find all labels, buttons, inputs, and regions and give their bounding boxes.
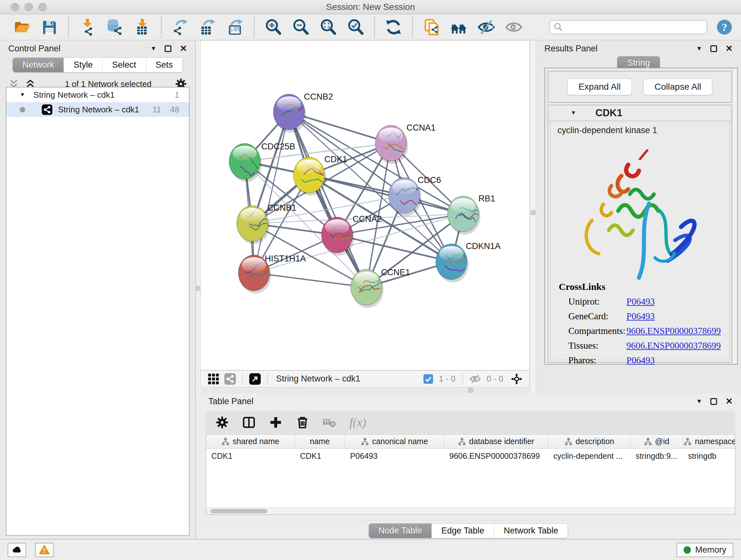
string-results-container: Expand All Collapse All ▼ CDK1 cyclin-de… — [544, 68, 738, 365]
tab-edge-table[interactable]: Edge Table — [431, 523, 494, 538]
show-columns-icon[interactable] — [242, 416, 256, 429]
right-splitter-handle[interactable] — [530, 210, 536, 215]
toolbar-separator — [374, 17, 375, 38]
hidden-eye-icon[interactable] — [469, 373, 481, 385]
expand-all-button[interactable]: Expand All — [567, 78, 632, 95]
save-session-icon[interactable] — [41, 18, 58, 36]
left-splitter[interactable] — [196, 40, 200, 393]
table-cell[interactable]: 9606.ENSP00000378699 — [444, 451, 548, 461]
search-input[interactable] — [565, 22, 703, 32]
network-edge-count: 48 — [170, 105, 179, 115]
results-scrollbar[interactable] — [732, 69, 737, 363]
search-box[interactable] — [549, 20, 707, 34]
close-panel-icon[interactable]: ✕ — [180, 44, 187, 54]
column-header-namespace[interactable]: namespace — [683, 435, 735, 448]
tab-style[interactable]: Style — [64, 58, 102, 72]
node-label-HIST1H1A: HIST1H1A — [265, 254, 306, 263]
table-cell[interactable]: cyclin-dependent ... — [548, 451, 630, 461]
crosslink-link[interactable]: P06493 — [626, 355, 655, 366]
node-label-RB1: RB1 — [478, 194, 495, 203]
hide-selected-icon[interactable] — [477, 18, 495, 36]
collapse-all-button[interactable]: Collapse All — [643, 78, 712, 95]
create-column-icon[interactable] — [269, 416, 282, 429]
tab-select[interactable]: Select — [102, 58, 145, 72]
left-splitter-handle[interactable] — [195, 286, 200, 291]
float-results-panel-icon[interactable]: ▼ — [696, 45, 702, 52]
column-header-database-identifier[interactable]: database identifier — [444, 435, 548, 448]
network-node-RB1[interactable] — [448, 196, 482, 235]
zoom-in-icon[interactable] — [264, 18, 282, 36]
zoom-out-icon[interactable] — [292, 18, 310, 36]
tab-node-table[interactable]: Node Table — [369, 523, 431, 538]
network-row[interactable]: String Network – cdk1 11 48 — [6, 102, 189, 117]
close-table-panel-icon[interactable]: ✕ — [725, 396, 733, 407]
column-type-icon — [221, 437, 229, 445]
float-panel-icon[interactable]: ▼ — [151, 45, 157, 52]
close-results-panel-icon[interactable]: ✕ — [725, 44, 733, 54]
tab-network[interactable]: Network — [13, 58, 64, 72]
results-panel-title: Results Panel — [544, 44, 598, 54]
delete-table-icon[interactable] — [323, 416, 336, 429]
crosslink-link[interactable]: P06493 — [626, 296, 655, 307]
import-network-file-icon[interactable] — [78, 18, 96, 36]
help-button[interactable]: ? — [716, 19, 733, 36]
export-view-icon[interactable] — [249, 373, 261, 385]
column-header-name[interactable]: name — [295, 435, 345, 448]
column-header-shared-name[interactable]: shared name — [206, 435, 295, 448]
function-builder-icon[interactable]: f(x) — [349, 415, 366, 429]
table-cell[interactable]: CDK1 — [295, 451, 345, 461]
birdseye-view-icon[interactable] — [208, 373, 219, 385]
open-file-icon[interactable] — [13, 18, 31, 36]
horizontal-splitter-handle[interactable] — [468, 388, 473, 393]
network-node-CDC25B[interactable] — [229, 143, 266, 182]
float-table-panel-icon[interactable]: ▼ — [696, 398, 702, 405]
collection-expand-icon[interactable]: ▼ — [20, 91, 25, 98]
import-table-file-icon[interactable] — [133, 18, 151, 36]
zoom-fit-icon[interactable] — [319, 18, 337, 36]
import-network-database-icon[interactable] — [106, 18, 124, 36]
column-header-description[interactable]: description — [548, 435, 630, 448]
crosslink-row: GeneCard:P06493 — [559, 311, 723, 321]
column-header-canonical-name[interactable]: canonical name — [345, 435, 444, 448]
maximize-panel-icon[interactable] — [165, 45, 172, 52]
network-node-CCNA2[interactable] — [321, 217, 357, 256]
crosslink-link[interactable]: 9606.ENSP00000378699 — [626, 340, 721, 351]
new-network-from-selection-icon[interactable] — [422, 18, 441, 36]
string-home-icon[interactable] — [450, 18, 468, 36]
selected-checkbox-icon[interactable] — [423, 374, 433, 384]
tab-network-table[interactable]: Network Table — [494, 523, 568, 538]
maximize-table-panel-icon[interactable] — [711, 398, 717, 405]
fit-selected-crosshair-icon[interactable] — [511, 373, 522, 385]
right-splitter[interactable] — [530, 40, 536, 393]
table-cell[interactable]: stringdb:9... — [630, 451, 683, 461]
table-cell[interactable]: stringdb — [683, 451, 735, 461]
table-horizontal-scrollbar[interactable] — [206, 507, 735, 514]
selected-counts: 1 - 0 — [439, 374, 455, 384]
gene-section-collapse-icon[interactable]: ▼ — [570, 110, 576, 116]
export-image-icon[interactable] — [226, 18, 244, 36]
network-canvas[interactable]: CCNB2CCNA1CDC25BCDK1CDC6RB1CCNB1CCNA2CDK… — [200, 40, 530, 370]
show-all-icon[interactable] — [505, 18, 523, 36]
refresh-icon[interactable] — [385, 18, 402, 36]
string-panel-toggle-icon[interactable] — [224, 373, 236, 385]
memory-button[interactable]: Memory — [677, 543, 733, 557]
crosslink-link[interactable]: 9606.ENSP00000378699 — [626, 326, 721, 336]
export-table-icon[interactable] — [199, 18, 217, 36]
table-row[interactable]: CDK1CDK1P064939606.ENSP00000378699cyclin… — [206, 449, 735, 463]
network-node-count: 11 — [152, 105, 161, 115]
column-header-@id[interactable]: @id — [630, 435, 683, 448]
table-cell[interactable]: CDK1 — [206, 451, 295, 461]
delete-column-icon[interactable] — [296, 416, 309, 429]
crosslink-link[interactable]: P06493 — [626, 311, 655, 321]
export-network-icon[interactable] — [172, 18, 189, 36]
warning-status-button[interactable] — [35, 543, 54, 557]
network-collection-row[interactable]: ▼ String Network – cdk1 1 — [6, 87, 189, 102]
cloud-status-button[interactable] — [8, 543, 26, 557]
table-options-gear-icon[interactable] — [215, 416, 229, 429]
table-cell[interactable]: P06493 — [345, 451, 444, 461]
tab-sets[interactable]: Sets — [146, 58, 183, 72]
scrollbar-thumb[interactable] — [211, 509, 267, 513]
column-type-icon — [564, 437, 572, 445]
zoom-selected-icon[interactable] — [347, 18, 364, 36]
maximize-results-panel-icon[interactable] — [711, 45, 717, 52]
